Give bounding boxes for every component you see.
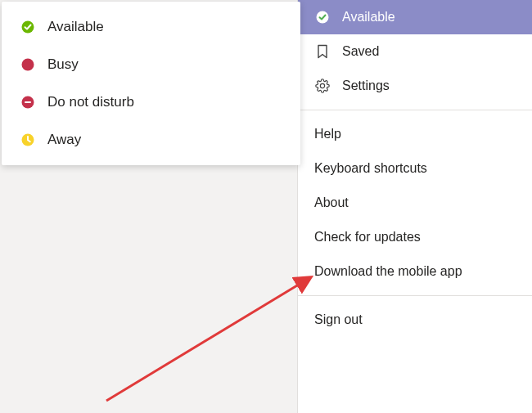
menu-item-keyboard-shortcuts[interactable]: Keyboard shortcuts — [298, 151, 532, 186]
status-item-label: Away — [47, 132, 81, 148]
busy-icon — [20, 56, 36, 73]
svg-point-2 — [22, 59, 34, 71]
svg-line-7 — [106, 278, 309, 401]
status-item-busy[interactable]: Busy — [2, 46, 300, 83]
bookmark-icon — [314, 43, 331, 60]
menu-item-label: Settings — [342, 79, 390, 93]
menu-item-label: Sign out — [314, 312, 363, 327]
divider — [298, 110, 532, 110]
menu-item-label: Available — [342, 10, 395, 25]
profile-menu-panel: Available Saved Settings Help Keyboard s… — [297, 0, 532, 413]
divider — [298, 295, 532, 296]
menu-item-status-available[interactable]: Available — [298, 0, 532, 34]
menu-item-help[interactable]: Help — [298, 117, 532, 151]
menu-item-label: Download the mobile app — [314, 264, 462, 279]
menu-item-label: About — [314, 195, 349, 210]
menu-item-label: Saved — [342, 44, 379, 59]
menu-item-saved[interactable]: Saved — [298, 34, 532, 69]
status-item-away[interactable]: Away — [2, 121, 300, 159]
svg-rect-4 — [25, 101, 31, 103]
annotation-arrow — [98, 254, 327, 409]
menu-item-label: Check for updates — [314, 230, 421, 245]
gear-icon — [314, 78, 331, 94]
available-icon — [20, 19, 36, 35]
menu-item-label: Help — [314, 127, 341, 141]
status-item-label: Busy — [47, 56, 79, 73]
menu-item-about[interactable]: About — [298, 186, 532, 220]
menu-item-settings[interactable]: Settings — [298, 69, 532, 103]
menu-item-label: Keyboard shortcuts — [314, 161, 427, 176]
away-icon — [20, 132, 36, 148]
menu-item-download-app[interactable]: Download the mobile app — [298, 254, 532, 289]
status-item-label: Available — [47, 19, 104, 35]
menu-item-check-updates[interactable]: Check for updates — [298, 220, 532, 254]
menu-item-sign-out[interactable]: Sign out — [298, 303, 532, 337]
status-item-available[interactable]: Available — [2, 8, 300, 46]
status-popup: Available Busy Do not disturb Away — [2, 2, 300, 165]
dnd-icon — [20, 94, 36, 110]
status-item-label: Do not disturb — [47, 94, 134, 110]
available-icon — [314, 9, 331, 25]
status-item-dnd[interactable]: Do not disturb — [2, 83, 300, 121]
